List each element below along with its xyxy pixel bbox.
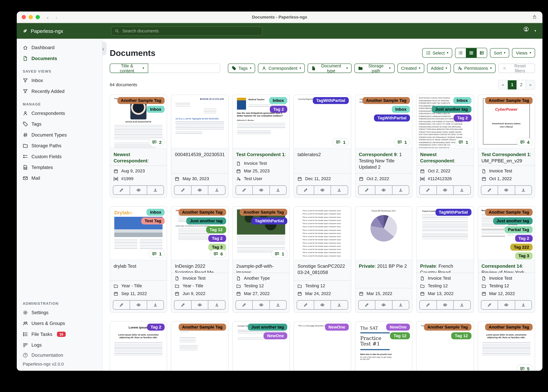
- view-list-button[interactable]: [455, 48, 466, 57]
- sidebar-collapse-button[interactable]: «: [102, 42, 107, 56]
- document-card[interactable]: Lorem ipsumLorem ipsum dolor sit amet, c…: [110, 321, 167, 371]
- download-button[interactable]: [453, 186, 470, 194]
- added-filter-button[interactable]: Added▾: [427, 63, 451, 73]
- document-thumbnail[interactable]: This is a muti page document. Page 1.New…: [294, 322, 351, 371]
- page-next-button[interactable]: »: [526, 80, 535, 89]
- view-grid-button[interactable]: [466, 48, 476, 57]
- document-title[interactable]: InDesign 2022 Scripting Read Me: [171, 260, 228, 273]
- preview-button[interactable]: [498, 301, 515, 309]
- document-thumbnail[interactable]: Country,Region/State,"TagWithPartial1: [294, 95, 351, 148]
- document-thumbnail[interactable]: Review of Arbitral Awards Certainty of A…: [478, 207, 535, 260]
- document-card[interactable]: one,1.0 five,5.0Another Sample TagInboxT…: [355, 95, 412, 198]
- edit-button[interactable]: [359, 186, 375, 194]
- sidebar-item-correspondents[interactable]: Correspondents: [17, 108, 102, 119]
- document-title[interactable]: Newest Correspondent: Sample100.csv: [417, 148, 474, 165]
- document-title[interactable]: 2sample-pdf-with-images: [233, 260, 289, 273]
- document-title[interactable]: drylab Test: [110, 260, 167, 272]
- document-card[interactable]: French Country BreadTagWithPartialPrivat…: [416, 206, 474, 313]
- tag-inbox[interactable]: Inbox: [392, 106, 410, 113]
- document-title[interactable]: Correspondent 14: Review-of-New-York-Fed…: [478, 260, 535, 273]
- document-card[interactable]: This is a testAnother Sample TagTag 12: [416, 321, 474, 371]
- document-title[interactable]: Private: French Country Bread Revised.do…: [417, 260, 474, 273]
- document-card[interactable]: Review of Arbitral Awards Certainty of A…: [477, 206, 535, 313]
- created-filter-button[interactable]: Created▾: [397, 63, 424, 73]
- tag-just-another-tag[interactable]: Just another tag: [493, 217, 533, 224]
- tag-another-sample-tag[interactable]: Another Sample Tag: [424, 324, 471, 331]
- permissions-filter-button[interactable]: Permissions▾: [454, 63, 496, 73]
- document-card[interactable]: This is a test for the double space char…: [294, 206, 351, 313]
- edit-button[interactable]: [481, 301, 498, 309]
- preview-button[interactable]: [252, 186, 269, 194]
- document-title[interactable]: Newest Correspondent: H7_Napoleon_Bonapa…: [110, 148, 167, 165]
- download-button[interactable]: [147, 301, 164, 309]
- download-button[interactable]: [269, 186, 286, 194]
- document-card[interactable]: The SATPracticeTest #1Make time to take …: [355, 321, 412, 371]
- tag-inbox[interactable]: Inbox: [147, 106, 165, 113]
- tag-tag-222[interactable]: Tag 222: [510, 244, 533, 251]
- edit-button[interactable]: [113, 186, 130, 194]
- document-thumbnail[interactable]: Contact Sheet DemoJust another tagNewOne: [233, 322, 289, 371]
- document-card[interactable]: Test NameAnother Sample Tag: [171, 321, 229, 371]
- tag-tagwithpartial[interactable]: TagWithPartial: [252, 217, 288, 224]
- tag-inbox[interactable]: Inbox: [269, 97, 288, 104]
- tag-newone[interactable]: NewOne: [386, 324, 410, 331]
- edit-button[interactable]: [297, 186, 314, 194]
- document-card[interactable]: Serial Number,Company Name,Employe 97881…: [416, 95, 474, 198]
- document-card[interactable]: Francja pod rNAPOLEON BONAPARTEAnother S…: [110, 95, 167, 198]
- document-thumbnail[interactable]: Another Sample TagTagWithPartial1: [233, 207, 289, 260]
- document-card[interactable]: This is a muti page document. Page 1.New…: [294, 321, 351, 371]
- download-button[interactable]: [453, 301, 470, 309]
- document-card[interactable]: Another Sample TagTagWithPartial12sample…: [232, 206, 290, 313]
- preview-button[interactable]: [498, 186, 515, 194]
- sidebar-item-documents[interactable]: Documents: [17, 53, 102, 64]
- tag-tag-2[interactable]: Tag 2: [454, 114, 471, 121]
- tag-tagwithpartial[interactable]: TagWithPartial: [313, 97, 349, 104]
- document-card[interactable]: DrylabNInboxTest Tag1drylab TestYear - T…: [110, 206, 167, 313]
- sidebar-item-settings[interactable]: Settings: [17, 307, 102, 318]
- download-button[interactable]: [147, 186, 164, 194]
- user-menu[interactable]: ▾: [524, 26, 536, 35]
- sidebar-item-dashboard[interactable]: Dashboard: [17, 42, 102, 53]
- preview-button[interactable]: [130, 301, 147, 309]
- tag-tag-3[interactable]: Tag 3: [515, 252, 533, 259]
- tag-another-sample-tag[interactable]: Another Sample Tag: [117, 97, 165, 104]
- tag-tag-12[interactable]: Tag 12: [390, 332, 410, 339]
- tag-inbox[interactable]: Inbox: [147, 209, 165, 216]
- sidebar-item-documentation[interactable]: Documentation: [17, 350, 102, 360]
- app-brand[interactable]: Paperless-ngx: [17, 28, 102, 34]
- tag-another-sample-tag[interactable]: Another Sample Tag: [179, 324, 226, 331]
- comments-badge[interactable]: 6: [210, 250, 226, 258]
- sidebar-item-mail[interactable]: Mail: [17, 173, 102, 184]
- title-content-filter-button[interactable]: Title & content▾: [110, 63, 148, 73]
- search-input[interactable]: [122, 28, 259, 34]
- document-title[interactable]: tablerates2: [294, 148, 351, 160]
- title-content-filter-input[interactable]: [148, 63, 220, 73]
- document-correspondent[interactable]: Correspondent 9: [359, 152, 397, 157]
- tag-tag-2[interactable]: Tag 2: [147, 324, 165, 331]
- sidebar-item-recently-added[interactable]: Recently Added: [17, 86, 102, 97]
- tag-newone[interactable]: NewOne: [325, 324, 349, 331]
- sidebar-item-file-tasks[interactable]: File Tasks16: [17, 329, 102, 340]
- preview-button[interactable]: [314, 186, 331, 194]
- document-correspondent[interactable]: Test Correspondent 1: [236, 152, 285, 157]
- edit-button[interactable]: [113, 301, 130, 309]
- document-thumbnail[interactable]: The SATPracticeTest #1Make time to take …: [355, 322, 412, 371]
- reset-filters-button[interactable]: Reset filters: [498, 63, 535, 73]
- document-correspondent[interactable]: Newest Correspondent: [420, 152, 454, 163]
- preview-button[interactable]: [191, 301, 208, 309]
- document-thumbnail[interactable]: one,1.0 five,5.0Another Sample TagInboxT…: [355, 95, 412, 148]
- sidebar-item-logs[interactable]: Logs: [17, 340, 102, 350]
- comments-badge[interactable]: 1: [271, 250, 288, 258]
- document-correspondent[interactable]: Correspondent 14: [482, 264, 522, 269]
- document-title[interactable]: 0004814539_20230531: [171, 148, 228, 160]
- document-card[interactable]: Lorem ipsumLorem ipsum dolor sit amet, c…: [477, 321, 535, 371]
- document-correspondent[interactable]: Private: [359, 264, 375, 269]
- edit-button[interactable]: [420, 186, 436, 194]
- tag-another-sample-tag[interactable]: Another Sample Tag: [485, 97, 533, 104]
- preview-button[interactable]: [130, 186, 147, 194]
- download-button[interactable]: [331, 186, 348, 194]
- sidebar-item-templates[interactable]: Templates: [17, 162, 102, 173]
- document-thumbnail[interactable]: Serial Number,Company Name,Employe 97881…: [417, 95, 474, 148]
- tag-tag-2[interactable]: Tag 2: [270, 106, 288, 113]
- download-button[interactable]: [515, 301, 532, 309]
